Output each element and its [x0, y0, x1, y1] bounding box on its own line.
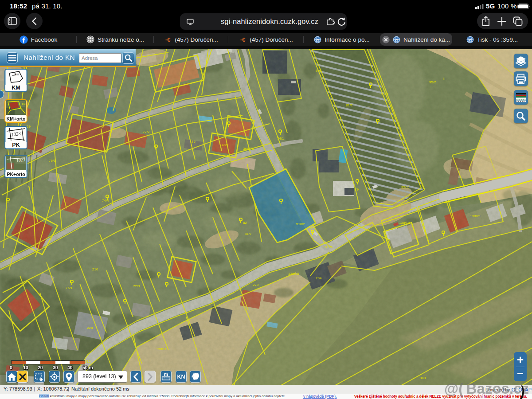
- svg-text:510/2: 510/2: [296, 222, 305, 226]
- svg-text:210: 210: [92, 267, 98, 271]
- svg-text:138/11: 138/11: [156, 347, 167, 351]
- svg-text:74/1: 74/1: [277, 137, 284, 141]
- svg-text:88: 88: [16, 73, 19, 76]
- svg-text:78/8: 78/8: [224, 90, 231, 94]
- svg-text:76/1: 76/1: [66, 286, 73, 290]
- svg-text:74/4: 74/4: [102, 199, 109, 203]
- svg-text:91/2: 91/2: [381, 92, 388, 96]
- svg-text:910/5: 910/5: [324, 245, 333, 249]
- svg-text:63: 63: [262, 175, 266, 179]
- svg-text:81/7: 81/7: [245, 232, 252, 236]
- svg-text:C: C: [469, 38, 472, 42]
- svg-text:368/78: 368/78: [243, 147, 254, 151]
- svg-text:279: 279: [253, 283, 259, 287]
- svg-text:II: II: [443, 77, 445, 81]
- svg-text:909: 909: [316, 69, 322, 73]
- svg-text:m: m: [164, 372, 168, 377]
- svg-text:95/2: 95/2: [429, 80, 436, 84]
- svg-text:92/11: 92/11: [401, 185, 410, 189]
- svg-text:79: 79: [355, 188, 359, 192]
- svg-text:76/1: 76/1: [49, 159, 56, 163]
- svg-text:138/15: 138/15: [288, 272, 299, 276]
- svg-text:C: C: [317, 38, 319, 42]
- svg-text:85: 85: [192, 140, 196, 144]
- svg-text:77/2: 77/2: [143, 130, 150, 134]
- svg-text:81/2: 81/2: [346, 103, 353, 107]
- svg-text:82: 82: [243, 221, 247, 225]
- svg-text:138/19: 138/19: [399, 221, 410, 225]
- svg-text:72/3: 72/3: [133, 284, 140, 288]
- svg-text:228: 228: [87, 326, 93, 330]
- svg-text:-€: -€: [165, 36, 171, 43]
- svg-text:C: C: [395, 38, 398, 42]
- svg-text:234: 234: [316, 276, 322, 280]
- svg-text:138/21: 138/21: [470, 214, 481, 218]
- svg-text:-€: -€: [240, 36, 246, 43]
- svg-text:101: 101: [420, 376, 426, 380]
- svg-text:48/2: 48/2: [222, 143, 229, 147]
- svg-text:373: 373: [22, 102, 26, 105]
